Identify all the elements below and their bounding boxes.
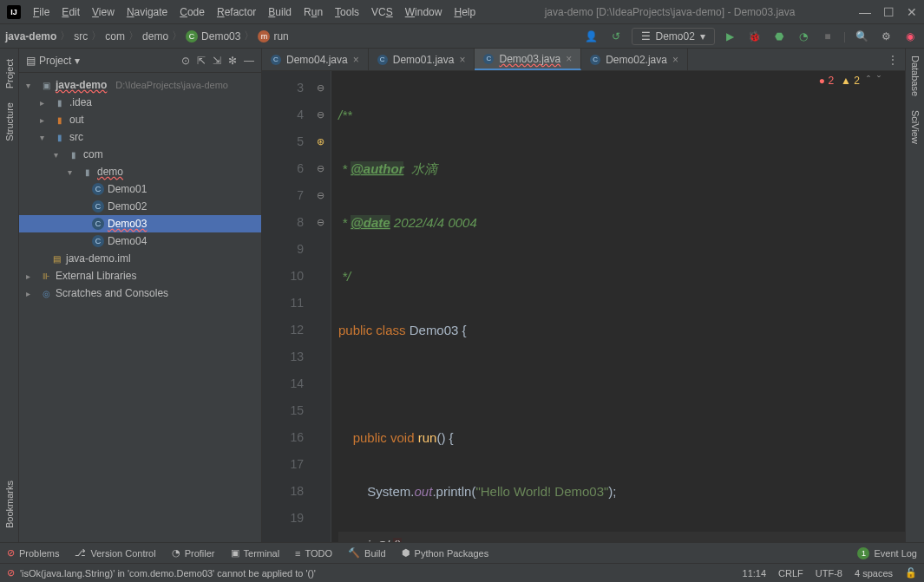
tab-demo01[interactable]: CDemo01.java× — [369, 49, 475, 70]
tab-demo02[interactable]: CDemo02.java× — [581, 49, 688, 70]
debug-icon[interactable]: 🐞 — [746, 28, 763, 45]
crumb-method[interactable]: mrun — [258, 30, 288, 43]
chevron-down-icon: ▾ — [75, 55, 80, 67]
crumb-class[interactable]: CDemo03 — [186, 30, 240, 43]
left-tool-strip: Project Structure Bookmarks — [0, 49, 19, 542]
tree-root[interactable]: ▾▣java-demoD:\IdeaProjects\java-demo — [19, 76, 261, 94]
minimize-icon[interactable]: — — [859, 5, 871, 19]
tree-demo04[interactable]: CDemo04 — [19, 232, 261, 250]
tool-event-log[interactable]: 1Event Log — [857, 547, 917, 559]
crumb-com[interactable]: com — [105, 30, 125, 43]
bottom-toolbar: ⊘Problems ⎇Version Control ◔Profiler ▣Te… — [0, 542, 924, 563]
tab-demo03[interactable]: CDemo03.java× — [475, 49, 581, 70]
coverage-icon[interactable]: ⬣ — [770, 28, 788, 45]
panel-title[interactable]: ▤ Project ▾ — [26, 55, 80, 67]
status-line-sep[interactable]: CRLF — [778, 568, 803, 579]
editor-area: CDemo04.java× CDemo01.java× CDemo03.java… — [262, 49, 905, 542]
chevron-down-icon: ▾ — [700, 30, 705, 43]
tree-demo03[interactable]: CDemo03 — [19, 215, 261, 232]
close-icon[interactable]: ✕ — [907, 5, 917, 19]
status-bar: ⊘ 'isOk(java.lang.String)' in 'com.demo.… — [0, 563, 924, 582]
tool-vcs[interactable]: ⎇Version Control — [75, 547, 155, 559]
tabs-more-icon[interactable]: ⋮ — [881, 49, 905, 70]
menu-help[interactable]: Help — [449, 4, 481, 20]
sync-icon[interactable]: ↺ — [607, 28, 625, 45]
tool-terminal[interactable]: ▣Terminal — [231, 547, 280, 559]
collapse-all-icon[interactable]: ⇲ — [213, 55, 221, 67]
menu-window[interactable]: Window — [400, 4, 448, 20]
menu-view[interactable]: View — [87, 4, 120, 20]
tree-com[interactable]: ▾▮com — [19, 146, 261, 163]
app-icon: IJ — [7, 5, 21, 19]
menu-navigate[interactable]: Navigate — [121, 4, 173, 20]
close-icon[interactable]: × — [459, 54, 465, 66]
menu-edit[interactable]: Edit — [56, 4, 85, 20]
lock-icon[interactable]: 🔓 — [905, 567, 917, 579]
window-title: java-demo [D:\IdeaProjects\java-demo] - … — [481, 6, 859, 18]
tab-project[interactable]: Project — [3, 52, 16, 95]
project-panel: ▤ Project ▾ ⊙ ⇱ ⇲ ✻ — ▾▣java-demoD:\Idea… — [19, 49, 262, 542]
tab-structure[interactable]: Structure — [3, 95, 16, 148]
gear-icon[interactable]: ✻ — [228, 55, 237, 67]
plugins-icon[interactable]: ◉ — [901, 28, 919, 45]
menu-code[interactable]: Code — [174, 4, 210, 20]
run-icon[interactable]: ▶ — [722, 28, 739, 45]
select-opened-icon[interactable]: ⊙ — [181, 55, 190, 67]
search-icon[interactable]: 🔍 — [853, 28, 870, 45]
crumb-src[interactable]: src — [74, 30, 88, 43]
menu-vcs[interactable]: VCS — [366, 4, 398, 20]
menu-build[interactable]: Build — [263, 4, 297, 20]
run-config-selector[interactable]: ☰ Demo02 ▾ — [632, 28, 715, 45]
stop-icon[interactable]: ■ — [819, 28, 836, 45]
tree-src[interactable]: ▾▮src — [19, 128, 261, 146]
tree-scratches[interactable]: ▸◎Scratches and Consoles — [19, 284, 261, 302]
tool-problems[interactable]: ⊘Problems — [7, 547, 59, 559]
settings-icon[interactable]: ⚙ — [877, 28, 895, 45]
run-config-icon: ☰ — [641, 30, 651, 43]
tool-python[interactable]: ⬢Python Packages — [402, 547, 489, 559]
code-editor[interactable]: /** * @author 水滴 * @date 2022/4/4 0004 *… — [331, 71, 905, 542]
tree-iml[interactable]: ▤java-demo.iml — [19, 250, 261, 267]
tool-profiler[interactable]: ◔Profiler — [172, 547, 215, 559]
status-error-icon: ⊘ — [7, 567, 15, 579]
maximize-icon[interactable]: ☐ — [883, 5, 895, 19]
expand-all-icon[interactable]: ⇱ — [197, 55, 206, 67]
close-icon[interactable]: × — [672, 54, 678, 66]
tab-bookmarks[interactable]: Bookmarks — [3, 474, 16, 535]
tab-sciview[interactable]: SciView — [908, 103, 922, 151]
nav-bar: java-demo 〉 src 〉 com 〉 demo 〉 CDemo03 〉… — [0, 24, 924, 49]
status-message: 'isOk(java.lang.String)' in 'com.demo.De… — [20, 568, 316, 579]
add-user-icon[interactable]: 👤 — [583, 28, 600, 45]
profile-icon[interactable]: ◔ — [795, 28, 812, 45]
status-caret-pos[interactable]: 11:14 — [743, 568, 767, 579]
title-bar: IJ File Edit View Navigate Code Refactor… — [0, 0, 924, 24]
editor-tabs: CDemo04.java× CDemo01.java× CDemo03.java… — [262, 49, 905, 71]
run-config-label: Demo02 — [656, 30, 695, 43]
hide-panel-icon[interactable]: — — [244, 55, 254, 67]
tool-build[interactable]: 🔨Build — [348, 547, 385, 559]
tree-out[interactable]: ▸▮out — [19, 111, 261, 128]
menu-tools[interactable]: Tools — [330, 4, 364, 20]
close-icon[interactable]: × — [566, 53, 572, 65]
breadcrumb: java-demo 〉 src 〉 com 〉 demo 〉 CDemo03 〉… — [5, 29, 289, 43]
gutter-marks: ⊖⊖⊛⊖⊖⊖ — [311, 71, 331, 542]
menu-file[interactable]: File — [28, 4, 55, 20]
tab-database[interactable]: Database — [908, 49, 922, 103]
tree-demo01[interactable]: CDemo01 — [19, 180, 261, 198]
menu-run[interactable]: Run — [298, 4, 328, 20]
right-tool-strip: Database SciView — [905, 49, 924, 542]
status-indent[interactable]: 4 spaces — [855, 568, 893, 579]
project-tree: ▾▣java-demoD:\IdeaProjects\java-demo ▸▮.… — [19, 73, 261, 542]
menu-refactor[interactable]: Refactor — [212, 4, 261, 20]
tool-todo[interactable]: ≡TODO — [295, 548, 332, 559]
tree-demo[interactable]: ▾▮demo — [19, 163, 261, 180]
crumb-demo[interactable]: demo — [142, 30, 168, 43]
status-encoding[interactable]: UTF-8 — [816, 568, 842, 579]
tree-demo02[interactable]: CDemo02 — [19, 198, 261, 215]
tree-idea[interactable]: ▸▮.idea — [19, 94, 261, 111]
close-icon[interactable]: × — [353, 54, 359, 66]
crumb-project[interactable]: java-demo — [5, 30, 56, 43]
tree-ext-libs[interactable]: ▸⊪External Libraries — [19, 267, 261, 284]
tab-demo04[interactable]: CDemo04.java× — [262, 49, 369, 70]
menu-bar: File Edit View Navigate Code Refactor Bu… — [28, 4, 481, 20]
